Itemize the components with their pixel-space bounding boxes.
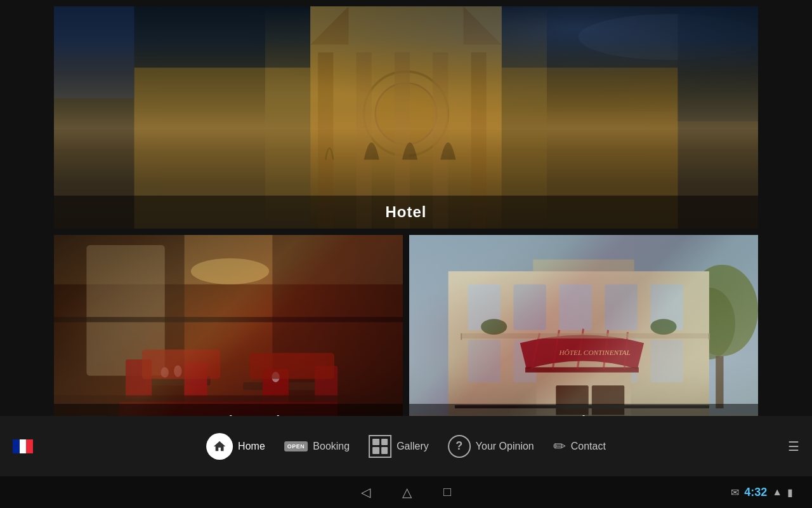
home-icon [206, 433, 233, 460]
hotel-label: Hotel [54, 196, 758, 229]
gallery-dot-4 [381, 447, 388, 454]
svg-rect-41 [716, 356, 723, 408]
nav-bar: Home OPEN Booking Gallery ? Your Opinion… [0, 416, 812, 476]
flag-white [20, 439, 27, 453]
android-nav-icons: ◁ △ □ [361, 485, 451, 500]
home-label: Home [238, 441, 265, 452]
gallery-dot-1 [372, 439, 379, 446]
france-flag[interactable] [13, 439, 33, 453]
contact-label: Contact [571, 441, 606, 452]
svg-rect-35 [249, 353, 334, 379]
gallery-dot-2 [381, 439, 388, 446]
svg-point-20 [191, 258, 269, 284]
back-button[interactable]: ◁ [361, 485, 370, 500]
svg-point-68 [650, 319, 676, 335]
gallery-icon [369, 435, 391, 458]
recents-button[interactable]: □ [443, 485, 451, 500]
svg-point-67 [481, 319, 507, 335]
nav-booking[interactable]: OPEN Booking [284, 441, 350, 452]
question-icon: ? [448, 435, 471, 458]
android-system-bar: ◁ △ □ ✉ 4:32 ▲ ▮ [0, 476, 812, 508]
gallery-label: Gallery [396, 441, 429, 452]
nav-opinion[interactable]: ? Your Opinion [448, 435, 534, 458]
main-content: Hotel [54, 0, 758, 438]
svg-rect-69 [533, 260, 634, 272]
flag-red [26, 439, 33, 453]
menu-icon[interactable]: ☰ [788, 439, 799, 454]
nav-center: Home OPEN Booking Gallery ? Your Opinion… [206, 433, 606, 460]
nav-right: ☰ [788, 439, 799, 454]
svg-rect-53 [525, 367, 639, 372]
svg-rect-45 [559, 284, 591, 330]
flag-blue [13, 439, 20, 453]
home-button[interactable]: △ [402, 485, 412, 500]
brasserie-tile[interactable]: Brasserie Conti [54, 235, 403, 438]
opinion-label: Your Opinion [476, 441, 534, 452]
svg-rect-51 [650, 340, 683, 382]
nav-home[interactable]: Home [206, 433, 265, 460]
svg-rect-44 [513, 284, 546, 330]
wifi-icon: ▲ [772, 486, 782, 498]
svg-rect-46 [605, 284, 637, 330]
hotel-tile[interactable]: Hotel [54, 6, 758, 229]
svg-text:HÔTEL CONTINENTAL: HÔTEL CONTINENTAL [558, 349, 630, 356]
open-badge: OPEN [284, 441, 308, 451]
svg-rect-37 [54, 317, 403, 322]
battery-icon: ▮ [787, 486, 793, 498]
nav-gallery[interactable]: Gallery [369, 435, 429, 458]
booking-label: Booking [313, 441, 350, 452]
seminars-tile[interactable]: HÔTEL CONTINENTAL [409, 235, 758, 438]
gallery-dot-3 [372, 447, 379, 454]
nav-left [13, 439, 33, 453]
mail-icon: ✉ [731, 486, 739, 498]
pencil-icon: ✏ [553, 438, 566, 455]
svg-rect-48 [468, 340, 501, 382]
tiles-row: Brasserie Conti [54, 235, 758, 438]
clock-display: 4:32 [744, 486, 767, 499]
nav-contact[interactable]: ✏ Contact [553, 438, 606, 455]
svg-rect-34 [142, 350, 220, 379]
status-right: ✉ 4:32 ▲ ▮ [731, 486, 793, 499]
